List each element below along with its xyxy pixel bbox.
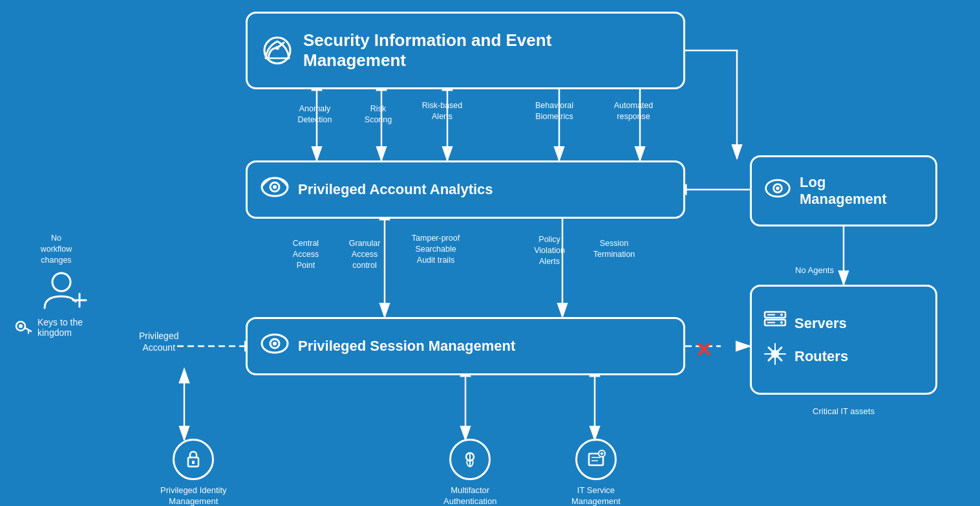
- session-termination-label: SessionTermination: [588, 238, 640, 260]
- behavioral-biometrics-label: BehavioralBiometrics: [527, 100, 582, 122]
- itsm-area: IT ServiceManagement: [571, 439, 621, 506]
- routers-row: Routers: [763, 342, 924, 370]
- svg-point-28: [776, 186, 780, 190]
- pim-icon: [173, 439, 214, 480]
- no-agents-label: No Agents: [795, 265, 834, 275]
- psm-box: Privileged Session Management: [246, 317, 685, 375]
- itsm-label: IT ServiceManagement: [571, 485, 621, 506]
- automated-response-label: Automatedresponse: [608, 100, 659, 122]
- keys-kingdom-area: Keys to thekingdom: [14, 317, 83, 338]
- no-workflow-label: Noworkflowchanges: [14, 233, 98, 266]
- router-icon: [763, 342, 787, 370]
- paa-title: Privileged Account Analytics: [298, 181, 493, 198]
- paa-box: Privileged Account Analytics: [246, 160, 685, 219]
- svg-point-44: [19, 324, 23, 328]
- central-access-point-label: CentralAccessPoint: [282, 238, 329, 271]
- psm-icon: [259, 328, 290, 365]
- svg-point-40: [52, 273, 70, 291]
- itsm-icon: [575, 439, 617, 480]
- svg-point-22: [273, 185, 277, 189]
- servers-routers-box: Servers Routers: [750, 285, 937, 395]
- mfa-label: MultifactorAuthentication: [443, 485, 496, 506]
- tamper-proof-label: Tamper-proofSearchableAudit trails: [407, 233, 464, 266]
- log-icon: [763, 174, 792, 208]
- mfa-icon: [449, 439, 491, 480]
- servers-row: Servers: [763, 309, 924, 337]
- pim-area: Privileged IdentityManagement: [160, 439, 227, 506]
- risk-based-alerts-label: Risk-basedAlerts: [419, 100, 465, 122]
- pim-label: Privileged IdentityManagement: [160, 485, 227, 506]
- routers-label: Routers: [794, 348, 848, 365]
- mfa-area: MultifactorAuthentication: [443, 439, 496, 506]
- siem-box: Security Information and EventManagement: [246, 12, 685, 89]
- risk-scoring-label: RiskScoring: [359, 104, 398, 126]
- privileged-account-label: PrivilegedAccount: [139, 330, 178, 353]
- svg-point-31: [780, 314, 783, 316]
- siem-icon: [259, 30, 295, 72]
- log-title: LogManagement: [800, 174, 886, 208]
- critical-it-assets-label: Critical IT assets: [769, 406, 918, 416]
- keys-kingdom-label: Keys to thekingdom: [37, 317, 83, 338]
- svg-rect-48: [192, 461, 195, 464]
- server-icon: [763, 309, 787, 337]
- policy-violation-label: PolicyViolationAlerts: [524, 234, 575, 267]
- paa-icon: [259, 171, 290, 208]
- x-mark: ✕: [695, 338, 712, 362]
- log-management-box: LogManagement: [750, 155, 937, 226]
- svg-point-32: [780, 322, 783, 324]
- svg-point-25: [273, 342, 277, 346]
- granular-access-label: GranularAccesscontrol: [341, 238, 388, 271]
- psm-title: Privileged Session Management: [298, 338, 515, 355]
- servers-label: Servers: [794, 315, 847, 332]
- person-add-area: [32, 270, 97, 315]
- siem-title: Security Information and EventManagement: [303, 30, 551, 71]
- svg-point-19: [275, 46, 279, 50]
- anomaly-detection-label: AnomalyDetection: [292, 104, 337, 126]
